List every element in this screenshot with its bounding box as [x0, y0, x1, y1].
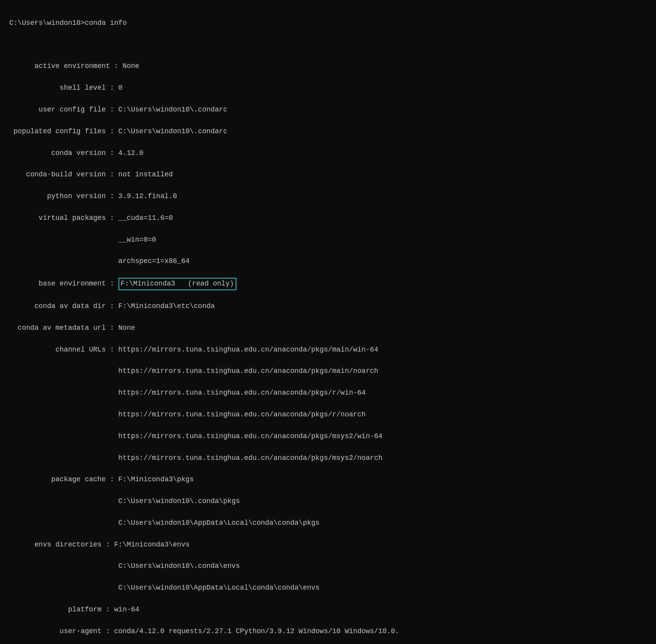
- conda-av-metadata-url-line: conda av metadata url : None: [9, 323, 647, 334]
- base-environment-line: base environment : F:\Miniconda3 (read o…: [9, 278, 647, 290]
- python-version-line: python version : 3.9.12.final.0: [9, 191, 647, 202]
- terminal-output: C:\Users\windon10>conda info active envi…: [9, 7, 647, 644]
- channel-urls-line1: channel URLs : https://mirrors.tuna.tsin…: [9, 345, 647, 355]
- user-agent-line: user-agent : conda/4.12.0 requests/2.27.…: [9, 626, 647, 637]
- populated-config-line: populated config files : C:\Users\windon…: [9, 126, 647, 137]
- conda-build-version-line: conda-build version : not installed: [9, 169, 647, 180]
- active-environment-line: active environment : None: [9, 61, 647, 72]
- shell-level-line: shell level : 0: [9, 83, 647, 94]
- channel-urls-line2: https://mirrors.tuna.tsinghua.edu.cn/ana…: [9, 366, 647, 377]
- package-cache-line2: C:\Users\windon10\.conda\pkgs: [9, 496, 647, 507]
- conda-version-line: conda version : 4.12.0: [9, 148, 647, 159]
- platform-line: platform : win-64: [9, 604, 647, 615]
- prompt-line-1: C:\Users\windon10>conda info: [9, 18, 647, 29]
- channel-urls-line5: https://mirrors.tuna.tsinghua.edu.cn/ana…: [9, 431, 647, 442]
- virtual-packages-line2: __win=0=0: [9, 235, 647, 245]
- user-config-file-line: user config file : C:\Users\windon10\.co…: [9, 104, 647, 115]
- envs-directories-line2: C:\Users\windon10\.conda\envs: [9, 561, 647, 572]
- virtual-packages-line3: archspec=1=x86_64: [9, 256, 647, 267]
- base-environment-highlight: F:\Miniconda3 (read only): [118, 278, 236, 290]
- envs-directories-line1: envs directories : F:\Miniconda3\envs: [9, 540, 647, 550]
- channel-urls-line4: https://mirrors.tuna.tsinghua.edu.cn/ana…: [9, 409, 647, 420]
- package-cache-line3: C:\Users\windon10\AppData\Local\conda\co…: [9, 518, 647, 529]
- channel-urls-line3: https://mirrors.tuna.tsinghua.edu.cn/ana…: [9, 388, 647, 399]
- conda-av-data-dir-line: conda av data dir : F:\Miniconda3\etc\co…: [9, 301, 647, 312]
- blank-line: [9, 40, 647, 50]
- virtual-packages-line1: virtual packages : __cuda=11.6=0: [9, 213, 647, 224]
- envs-directories-line3: C:\Users\windon10\AppData\Local\conda\co…: [9, 583, 647, 594]
- package-cache-line1: package cache : F:\Miniconda3\pkgs: [9, 474, 647, 485]
- channel-urls-line6: https://mirrors.tuna.tsinghua.edu.cn/ana…: [9, 453, 647, 464]
